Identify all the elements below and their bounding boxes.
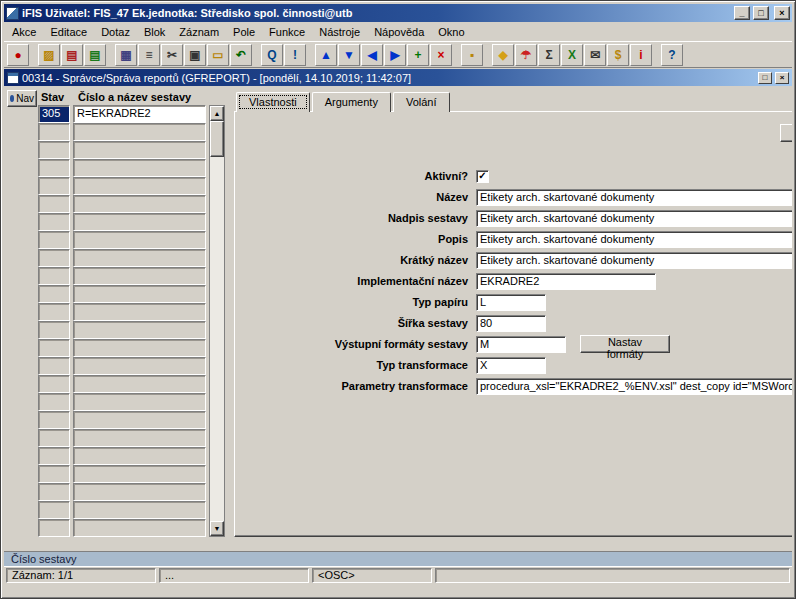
- cut-button[interactable]: ✂: [161, 44, 183, 66]
- parametry-transformace-field[interactable]: [476, 378, 792, 395]
- prev-record-button[interactable]: ◀: [361, 44, 383, 66]
- cell-nazev[interactable]: [73, 339, 206, 357]
- tab-volani[interactable]: Volání: [393, 92, 450, 112]
- history-button[interactable]: Historie: [780, 124, 792, 142]
- table-row[interactable]: [38, 123, 206, 141]
- maximize-button[interactable]: □: [753, 6, 769, 20]
- cell-nazev[interactable]: [73, 483, 206, 501]
- nav-button[interactable]: Nav: [7, 90, 37, 107]
- books-red-button[interactable]: ▤: [61, 44, 83, 66]
- cell-nazev[interactable]: [73, 195, 206, 213]
- sirka-sestavy-field[interactable]: [476, 315, 546, 332]
- table-row[interactable]: [38, 519, 206, 537]
- cell-stav[interactable]: [38, 285, 70, 303]
- paste-button[interactable]: ▭: [207, 44, 229, 66]
- kratky-nazev-field[interactable]: [476, 252, 792, 269]
- table-row[interactable]: [38, 177, 206, 195]
- menu-item-napoveda[interactable]: Nápověda: [367, 24, 431, 40]
- cell-stav[interactable]: [38, 195, 70, 213]
- cell-nazev[interactable]: [73, 123, 206, 141]
- table-row[interactable]: [38, 249, 206, 267]
- menu-item-nastroje[interactable]: Nástroje: [312, 24, 367, 40]
- scales-button[interactable]: ◆: [492, 44, 514, 66]
- delete-record-button[interactable]: ×: [430, 44, 452, 66]
- cell-nazev[interactable]: [73, 177, 206, 195]
- mail-button[interactable]: ✉: [584, 44, 606, 66]
- typ-transformace-field[interactable]: [476, 357, 546, 374]
- menu-item-editace[interactable]: Editace: [43, 24, 94, 40]
- cell-stav[interactable]: [38, 141, 70, 159]
- popis-field[interactable]: [476, 231, 792, 248]
- menu-item-okno[interactable]: Okno: [431, 24, 471, 40]
- cell-stav[interactable]: [38, 357, 70, 375]
- table-row[interactable]: [38, 231, 206, 249]
- cell-stav[interactable]: [38, 321, 70, 339]
- tab-vlastnosti[interactable]: Vlastnosti: [236, 92, 310, 112]
- list-scrollbar[interactable]: ▲ ▼: [209, 105, 225, 537]
- table-row[interactable]: [38, 285, 206, 303]
- minimize-button[interactable]: _: [734, 6, 750, 20]
- cell-stav[interactable]: [38, 339, 70, 357]
- cell-nazev[interactable]: R=EKRADRE2: [73, 105, 206, 123]
- lock-button[interactable]: ▪: [461, 44, 483, 66]
- cell-nazev[interactable]: [73, 249, 206, 267]
- prev-block-button[interactable]: ▲: [315, 44, 337, 66]
- cell-nazev[interactable]: [73, 213, 206, 231]
- typ-papiru-field[interactable]: [476, 294, 546, 311]
- table-row[interactable]: [38, 429, 206, 447]
- cell-stav[interactable]: [38, 465, 70, 483]
- menu-item-pole[interactable]: Pole: [226, 24, 262, 40]
- menu-item-dotaz[interactable]: Dotaz: [94, 24, 137, 40]
- table-row[interactable]: [38, 375, 206, 393]
- scrollbar-track[interactable]: [210, 157, 224, 521]
- next-record-button[interactable]: ▶: [384, 44, 406, 66]
- cell-stav[interactable]: [38, 429, 70, 447]
- sum-button[interactable]: Σ: [538, 44, 560, 66]
- undo-button[interactable]: ↶: [230, 44, 252, 66]
- table-row[interactable]: [38, 357, 206, 375]
- coin-button[interactable]: $: [607, 44, 629, 66]
- close-button[interactable]: ×: [774, 6, 790, 20]
- menu-item-blok[interactable]: Blok: [137, 24, 172, 40]
- save-button[interactable]: ▦: [115, 44, 137, 66]
- cell-stav[interactable]: [38, 483, 70, 501]
- next-block-button[interactable]: ▼: [338, 44, 360, 66]
- nastav-formaty-button[interactable]: Nastav formáty: [580, 335, 670, 353]
- table-row[interactable]: [38, 465, 206, 483]
- cell-stav[interactable]: [38, 177, 70, 195]
- table-row[interactable]: 305R=EKRADRE2: [38, 105, 206, 123]
- cell-nazev[interactable]: [73, 393, 206, 411]
- scroll-up-icon[interactable]: ▲: [210, 106, 224, 121]
- cell-nazev[interactable]: [73, 285, 206, 303]
- cell-nazev[interactable]: [73, 501, 206, 519]
- cell-stav[interactable]: [38, 213, 70, 231]
- nazev-field[interactable]: [476, 189, 792, 206]
- cell-stav[interactable]: [38, 123, 70, 141]
- execute-query-button[interactable]: !: [284, 44, 306, 66]
- excel-button[interactable]: X: [561, 44, 583, 66]
- cell-stav[interactable]: [38, 159, 70, 177]
- cell-nazev[interactable]: [73, 447, 206, 465]
- info-button[interactable]: i: [630, 44, 652, 66]
- cell-stav[interactable]: [38, 519, 70, 537]
- vystupni-formaty-field[interactable]: [476, 336, 566, 353]
- print-button[interactable]: ≡: [138, 44, 160, 66]
- table-row[interactable]: [38, 267, 206, 285]
- menu-item-akce[interactable]: Akce: [5, 24, 43, 40]
- cell-nazev[interactable]: [73, 429, 206, 447]
- cell-nazev[interactable]: [73, 321, 206, 339]
- mdi-close-button[interactable]: ×: [775, 72, 789, 84]
- cell-stav[interactable]: [38, 447, 70, 465]
- cell-stav[interactable]: [38, 267, 70, 285]
- table-row[interactable]: [38, 447, 206, 465]
- table-row[interactable]: [38, 393, 206, 411]
- cell-stav[interactable]: [38, 375, 70, 393]
- cell-nazev[interactable]: [73, 141, 206, 159]
- cell-nazev[interactable]: [73, 411, 206, 429]
- aktivni-checkbox[interactable]: ✓: [476, 170, 489, 183]
- cell-nazev[interactable]: [73, 159, 206, 177]
- menu-item-funkce[interactable]: Funkce: [262, 24, 312, 40]
- table-row[interactable]: [38, 159, 206, 177]
- menu-item-zaznam[interactable]: Záznam: [172, 24, 226, 40]
- help-button[interactable]: ?: [661, 44, 683, 66]
